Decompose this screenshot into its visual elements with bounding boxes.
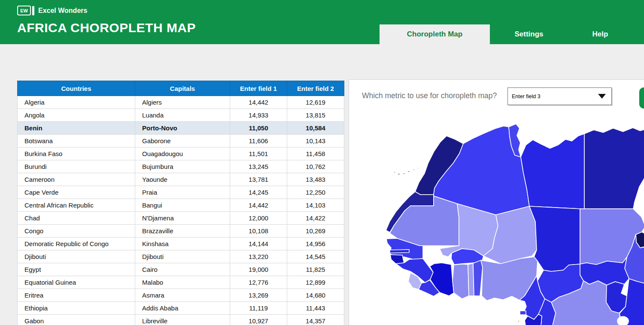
value-cell[interactable]: 11,050: [230, 122, 287, 135]
value-cell[interactable]: 11,501: [230, 147, 287, 160]
value-cell[interactable]: 12,899: [287, 276, 344, 289]
country-cell[interactable]: Congo: [18, 225, 135, 238]
capital-cell[interactable]: Porto-Novo: [135, 122, 230, 135]
value-cell[interactable]: 14,933: [230, 109, 287, 122]
country-cell[interactable]: Algeria: [18, 96, 135, 109]
value-cell[interactable]: 13,483: [287, 173, 344, 186]
capital-cell[interactable]: Algiers: [135, 96, 230, 109]
table-row: Demoratic Republic of CongoKinshasa14,14…: [18, 238, 344, 250]
action-button[interactable]: [639, 87, 644, 108]
country-cell[interactable]: Cameroon: [18, 173, 135, 186]
table-row: EgyptCairo19,00011,825: [18, 263, 344, 276]
capital-cell[interactable]: N'Djamena: [135, 212, 230, 225]
col-header-field2[interactable]: Enter field 2: [287, 81, 344, 96]
capital-cell[interactable]: Ouagadougou: [135, 147, 230, 160]
value-cell[interactable]: 14,956: [287, 238, 344, 250]
value-cell[interactable]: 10,108: [230, 225, 287, 238]
tab-settings[interactable]: Settings: [490, 24, 568, 44]
value-cell[interactable]: 13,220: [230, 250, 287, 263]
value-cell[interactable]: 11,443: [287, 302, 344, 315]
country-cell[interactable]: Burkina Faso: [18, 147, 135, 160]
value-cell[interactable]: 12,250: [287, 186, 344, 199]
capital-cell[interactable]: Brazzaville: [135, 225, 230, 238]
tab-choropleth-map[interactable]: Choropleth Map: [380, 24, 490, 44]
capital-cell[interactable]: Asmara: [135, 289, 230, 302]
value-cell[interactable]: 10,584: [287, 122, 344, 135]
capital-cell[interactable]: Luanda: [135, 109, 230, 122]
value-cell[interactable]: 12,776: [230, 276, 287, 289]
country-cell[interactable]: Chad: [18, 212, 135, 225]
value-cell[interactable]: 14,357: [287, 315, 344, 325]
map-country-egypt: [584, 128, 644, 209]
value-cell[interactable]: 12,000: [230, 212, 287, 225]
tab-help[interactable]: Help: [568, 24, 632, 44]
capital-cell[interactable]: Cairo: [135, 263, 230, 276]
value-cell[interactable]: 11,119: [230, 302, 287, 315]
value-cell[interactable]: 14,422: [287, 212, 344, 225]
table-row: BeninPorto-Novo11,05010,584: [18, 122, 344, 135]
country-cell[interactable]: Burundi: [18, 160, 135, 173]
value-cell[interactable]: 11,458: [287, 147, 344, 160]
value-cell[interactable]: 19,000: [230, 263, 287, 276]
value-cell[interactable]: 12,619: [287, 96, 344, 109]
country-cell[interactable]: Ethiopia: [18, 302, 135, 315]
value-cell[interactable]: 13,781: [230, 173, 287, 186]
table-row: BurundiBujumbura13,24510,762: [18, 160, 344, 173]
value-cell[interactable]: 14,245: [230, 186, 287, 199]
dropdown-caret-icon: [598, 94, 606, 99]
value-cell[interactable]: 14,545: [287, 250, 344, 263]
country-cell[interactable]: Gabon: [18, 315, 135, 325]
table-row: DjiboutiDjibouti13,22014,545: [18, 250, 344, 263]
table-row: ChadN'Djamena12,00014,422: [18, 212, 344, 225]
table-row: CameroonYaounde13,78113,483: [18, 173, 344, 186]
map-lake-victoria: [617, 316, 629, 325]
capital-cell[interactable]: Bujumbura: [135, 160, 230, 173]
map-country-benin: [473, 260, 483, 296]
value-cell[interactable]: 11,606: [230, 135, 287, 147]
capital-cell[interactable]: Praia: [135, 186, 230, 199]
value-cell[interactable]: 13,815: [287, 109, 344, 122]
brand: EW Excel Wonders: [17, 6, 87, 15]
value-cell[interactable]: 14,680: [287, 289, 344, 302]
capital-cell[interactable]: Gaborone: [135, 135, 230, 147]
country-cell[interactable]: Cape Verde: [18, 186, 135, 199]
country-cell[interactable]: Benin: [18, 122, 135, 135]
value-cell[interactable]: 10,269: [287, 225, 344, 238]
capital-cell[interactable]: Djibouti: [135, 250, 230, 263]
country-cell[interactable]: Egypt: [18, 263, 135, 276]
value-cell[interactable]: 14,442: [230, 96, 287, 109]
capital-cell[interactable]: Bangui: [135, 199, 230, 212]
value-cell[interactable]: 11,825: [287, 263, 344, 276]
capital-cell[interactable]: Libreville: [135, 315, 230, 325]
country-cell[interactable]: Eritrea: [18, 289, 135, 302]
brand-name: Excel Wonders: [38, 7, 87, 15]
capital-cell[interactable]: Kinshasa: [135, 238, 230, 250]
value-cell[interactable]: 10,762: [287, 160, 344, 173]
country-cell[interactable]: Angola: [18, 109, 135, 122]
capital-cell[interactable]: Addis Ababa: [135, 302, 230, 315]
map-island-dot: [417, 168, 419, 169]
metric-dropdown[interactable]: Enter field 3: [507, 87, 612, 105]
value-cell[interactable]: 13,245: [230, 160, 287, 173]
col-header-capitals[interactable]: Capitals: [135, 81, 230, 96]
value-cell[interactable]: 10,927: [230, 315, 287, 325]
country-cell[interactable]: Equatorial Guinea: [18, 276, 135, 289]
country-cell[interactable]: Demoratic Republic of Congo: [18, 238, 135, 250]
table-row: AngolaLuanda14,93313,815: [18, 109, 344, 122]
col-header-field1[interactable]: Enter field 1: [230, 81, 287, 96]
page-title: AFRICA CHOROPLETH MAP: [17, 21, 196, 35]
capital-cell[interactable]: Yaounde: [135, 173, 230, 186]
col-header-countries[interactable]: Countries: [18, 81, 135, 96]
value-cell[interactable]: 14,144: [230, 238, 287, 250]
country-cell[interactable]: Central African Republic: [18, 199, 135, 212]
country-cell[interactable]: Djibouti: [18, 250, 135, 263]
africa-choropleth-map: [349, 80, 644, 325]
value-cell[interactable]: 13,269: [230, 289, 287, 302]
countries-table: Countries Capitals Enter field 1 Enter f…: [17, 81, 344, 325]
capital-cell[interactable]: Malabo: [135, 276, 230, 289]
table-row: AlgeriaAlgiers14,44212,619: [18, 96, 344, 109]
value-cell[interactable]: 14,103: [287, 199, 344, 212]
country-cell[interactable]: Botswana: [18, 135, 135, 147]
value-cell[interactable]: 14,442: [230, 199, 287, 212]
value-cell[interactable]: 10,143: [287, 135, 344, 147]
